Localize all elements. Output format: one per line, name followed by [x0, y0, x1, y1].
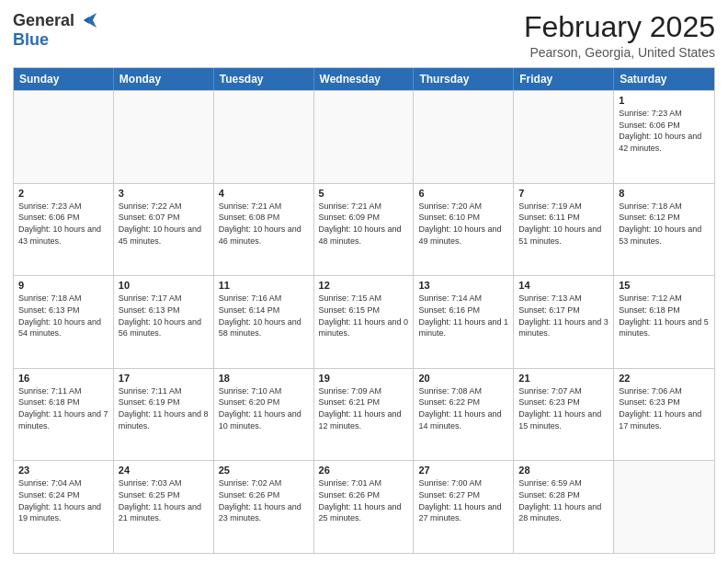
- day-info: Sunrise: 7:21 AM Sunset: 6:09 PM Dayligh…: [319, 201, 409, 247]
- day-info: Sunrise: 7:06 AM Sunset: 6:23 PM Dayligh…: [619, 385, 710, 431]
- day-number: 25: [219, 465, 309, 476]
- header-day-sunday: Sunday: [14, 68, 114, 90]
- day-info: Sunrise: 7:20 AM Sunset: 6:10 PM Dayligh…: [418, 201, 508, 247]
- day-cell-14: 14Sunrise: 7:13 AM Sunset: 6:17 PM Dayli…: [514, 276, 614, 368]
- day-info: Sunrise: 7:17 AM Sunset: 6:13 PM Dayligh…: [119, 293, 209, 339]
- day-cell-15: 15Sunrise: 7:12 AM Sunset: 6:18 PM Dayli…: [614, 276, 714, 368]
- day-number: 15: [619, 280, 710, 291]
- empty-cell-0-2: [214, 91, 314, 183]
- day-number: 7: [518, 188, 609, 199]
- day-number: 23: [18, 465, 108, 476]
- day-info: Sunrise: 7:18 AM Sunset: 6:12 PM Dayligh…: [619, 201, 710, 247]
- day-info: Sunrise: 7:14 AM Sunset: 6:16 PM Dayligh…: [418, 293, 508, 339]
- location: Pearson, Georgia, United States: [524, 45, 715, 60]
- calendar-row-4: 23Sunrise: 7:04 AM Sunset: 6:24 PM Dayli…: [14, 460, 714, 553]
- calendar: SundayMondayTuesdayWednesdayThursdayFrid…: [13, 67, 715, 554]
- day-cell-16: 16Sunrise: 7:11 AM Sunset: 6:18 PM Dayli…: [14, 369, 114, 461]
- day-cell-11: 11Sunrise: 7:16 AM Sunset: 6:14 PM Dayli…: [214, 276, 314, 368]
- header-day-monday: Monday: [114, 68, 214, 90]
- day-number: 17: [119, 373, 209, 384]
- calendar-header: SundayMondayTuesdayWednesdayThursdayFrid…: [14, 68, 714, 90]
- day-cell-3: 3Sunrise: 7:22 AM Sunset: 6:07 PM Daylig…: [114, 184, 214, 276]
- day-number: 9: [18, 280, 108, 291]
- day-cell-1: 1Sunrise: 7:23 AM Sunset: 6:06 PM Daylig…: [614, 91, 714, 183]
- day-cell-25: 25Sunrise: 7:02 AM Sunset: 6:26 PM Dayli…: [214, 461, 314, 553]
- day-info: Sunrise: 7:18 AM Sunset: 6:13 PM Dayligh…: [18, 293, 108, 339]
- day-number: 21: [518, 373, 609, 384]
- day-info: Sunrise: 7:07 AM Sunset: 6:23 PM Dayligh…: [518, 385, 609, 431]
- day-info: Sunrise: 7:23 AM Sunset: 6:06 PM Dayligh…: [619, 108, 710, 154]
- day-number: 5: [319, 188, 409, 199]
- day-info: Sunrise: 7:15 AM Sunset: 6:15 PM Dayligh…: [319, 293, 409, 339]
- day-cell-7: 7Sunrise: 7:19 AM Sunset: 6:11 PM Daylig…: [514, 184, 614, 276]
- day-info: Sunrise: 7:02 AM Sunset: 6:26 PM Dayligh…: [219, 477, 309, 523]
- calendar-body: 1Sunrise: 7:23 AM Sunset: 6:06 PM Daylig…: [14, 90, 714, 553]
- day-number: 10: [119, 280, 209, 291]
- day-number: 24: [119, 465, 209, 476]
- day-cell-28: 28Sunrise: 6:59 AM Sunset: 6:28 PM Dayli…: [514, 461, 614, 553]
- page: General Blue February 2025 Pearson, Geor…: [0, 0, 728, 563]
- day-cell-10: 10Sunrise: 7:17 AM Sunset: 6:13 PM Dayli…: [114, 276, 214, 368]
- day-cell-22: 22Sunrise: 7:06 AM Sunset: 6:23 PM Dayli…: [614, 369, 714, 461]
- day-cell-26: 26Sunrise: 7:01 AM Sunset: 6:26 PM Dayli…: [314, 461, 415, 553]
- day-number: 16: [18, 373, 108, 384]
- header: General Blue February 2025 Pearson, Geor…: [13, 11, 715, 60]
- title-block: February 2025 Pearson, Georgia, United S…: [524, 11, 715, 60]
- logo: General Blue: [13, 11, 97, 50]
- empty-cell-0-0: [14, 91, 114, 183]
- day-info: Sunrise: 7:16 AM Sunset: 6:14 PM Dayligh…: [219, 293, 309, 339]
- empty-cell-0-5: [514, 91, 614, 183]
- empty-cell-4-6: [614, 461, 714, 553]
- day-info: Sunrise: 7:03 AM Sunset: 6:25 PM Dayligh…: [119, 477, 209, 523]
- day-info: Sunrise: 7:08 AM Sunset: 6:22 PM Dayligh…: [418, 385, 508, 431]
- calendar-row-2: 9Sunrise: 7:18 AM Sunset: 6:13 PM Daylig…: [14, 275, 714, 368]
- day-info: Sunrise: 7:19 AM Sunset: 6:11 PM Dayligh…: [518, 201, 609, 247]
- day-number: 13: [418, 280, 508, 291]
- day-info: Sunrise: 7:22 AM Sunset: 6:07 PM Dayligh…: [119, 201, 209, 247]
- day-info: Sunrise: 7:01 AM Sunset: 6:26 PM Dayligh…: [319, 477, 409, 523]
- day-info: Sunrise: 7:04 AM Sunset: 6:24 PM Dayligh…: [18, 477, 108, 523]
- day-number: 26: [319, 465, 409, 476]
- day-info: Sunrise: 7:13 AM Sunset: 6:17 PM Dayligh…: [518, 293, 609, 339]
- day-cell-23: 23Sunrise: 7:04 AM Sunset: 6:24 PM Dayli…: [14, 461, 114, 553]
- day-number: 14: [518, 280, 609, 291]
- day-number: 12: [319, 280, 409, 291]
- empty-cell-0-3: [314, 91, 415, 183]
- logo-bird-icon: [76, 13, 97, 28]
- header-day-saturday: Saturday: [614, 68, 714, 90]
- day-number: 6: [418, 188, 508, 199]
- header-day-thursday: Thursday: [414, 68, 514, 90]
- logo-blue: Blue: [13, 30, 49, 50]
- day-cell-24: 24Sunrise: 7:03 AM Sunset: 6:25 PM Dayli…: [114, 461, 214, 553]
- day-number: 3: [119, 188, 209, 199]
- day-cell-18: 18Sunrise: 7:10 AM Sunset: 6:20 PM Dayli…: [214, 369, 314, 461]
- day-info: Sunrise: 7:11 AM Sunset: 6:18 PM Dayligh…: [18, 385, 108, 431]
- day-number: 22: [619, 373, 710, 384]
- empty-cell-0-4: [414, 91, 514, 183]
- day-cell-8: 8Sunrise: 7:18 AM Sunset: 6:12 PM Daylig…: [614, 184, 714, 276]
- day-number: 8: [619, 188, 710, 199]
- day-number: 18: [219, 373, 309, 384]
- day-number: 1: [619, 95, 710, 106]
- header-day-wednesday: Wednesday: [314, 68, 415, 90]
- day-info: Sunrise: 6:59 AM Sunset: 6:28 PM Dayligh…: [518, 477, 609, 523]
- day-info: Sunrise: 7:11 AM Sunset: 6:19 PM Dayligh…: [119, 385, 209, 431]
- day-number: 11: [219, 280, 309, 291]
- day-info: Sunrise: 7:23 AM Sunset: 6:06 PM Dayligh…: [18, 201, 108, 247]
- day-info: Sunrise: 7:12 AM Sunset: 6:18 PM Dayligh…: [619, 293, 710, 339]
- day-cell-2: 2Sunrise: 7:23 AM Sunset: 6:06 PM Daylig…: [14, 184, 114, 276]
- logo-general: General: [13, 11, 74, 30]
- day-cell-17: 17Sunrise: 7:11 AM Sunset: 6:19 PM Dayli…: [114, 369, 214, 461]
- day-cell-21: 21Sunrise: 7:07 AM Sunset: 6:23 PM Dayli…: [514, 369, 614, 461]
- day-number: 4: [219, 188, 309, 199]
- day-info: Sunrise: 7:09 AM Sunset: 6:21 PM Dayligh…: [319, 385, 409, 431]
- header-day-friday: Friday: [514, 68, 614, 90]
- day-cell-27: 27Sunrise: 7:00 AM Sunset: 6:27 PM Dayli…: [414, 461, 514, 553]
- day-cell-20: 20Sunrise: 7:08 AM Sunset: 6:22 PM Dayli…: [414, 369, 514, 461]
- header-day-tuesday: Tuesday: [214, 68, 314, 90]
- day-cell-19: 19Sunrise: 7:09 AM Sunset: 6:21 PM Dayli…: [314, 369, 415, 461]
- day-number: 2: [18, 188, 108, 199]
- empty-cell-0-1: [114, 91, 214, 183]
- day-number: 20: [418, 373, 508, 384]
- day-number: 19: [319, 373, 409, 384]
